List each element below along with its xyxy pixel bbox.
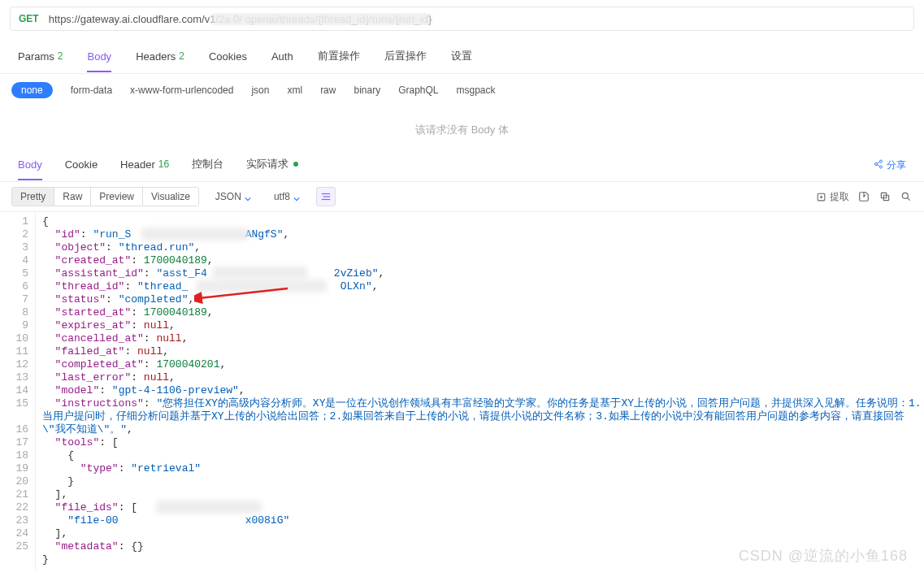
code-line: "metadata": {} [42,540,924,553]
code-line: ], [42,527,924,540]
svg-line-4 [877,164,879,166]
body-type-msgpack[interactable]: msgpack [457,84,496,96]
view-mode-preview[interactable]: Preview [91,188,143,206]
body-type-binary[interactable]: binary [354,84,380,96]
http-method[interactable]: GET [19,13,39,24]
extract-button[interactable]: 提取 [816,190,849,203]
request-tab-params[interactable]: Params2 [18,46,63,72]
code-line: "status": "completed", [42,293,924,306]
code-line: "model": "gpt-4-1106-preview", [42,384,924,397]
empty-body-message: 该请求没有 Body 体 [0,106,924,149]
response-tab-实际请求[interactable]: 实际请求 [246,149,298,181]
code-line: "created_at": 1700040189, [42,254,924,267]
code-line: "cancelled_at": null, [42,332,924,345]
body-type-json[interactable]: json [251,84,269,96]
request-tabs: Params2BodyHeaders2CookiesAuth前置操作后置操作设置 [0,37,924,74]
view-mode-row: PrettyRawPreviewVisualize JSON utf8 提取 [0,182,924,212]
body-type-raw[interactable]: raw [320,84,336,96]
line-gutter: 1234567891011121314151617181920212223242… [0,212,36,570]
response-body-code[interactable]: 1234567891011121314151617181920212223242… [0,212,924,570]
body-type-form-data[interactable]: form-data [71,84,112,96]
format-icon-button[interactable] [316,187,336,206]
code-line: "id": "run_S ANgfS", [42,228,924,241]
request-tab-body[interactable]: Body [87,46,111,72]
request-tab-auth[interactable]: Auth [271,46,293,72]
chevron-down-icon [293,193,300,200]
encoding-dropdown[interactable]: utf8 [267,188,306,206]
svg-point-2 [880,166,883,168]
view-mode-raw[interactable]: Raw [54,188,91,206]
body-type-x-www-form-urlencoded[interactable]: x-www-form-urlencoded [130,84,233,96]
request-url[interactable]: https://gateway.ai.cloudflare.com/v1/2a … [49,13,905,25]
code-line: "file_ids": [ [42,501,924,514]
search-icon[interactable] [900,190,913,203]
code-line: ], [42,488,924,501]
svg-point-1 [875,162,878,165]
svg-point-0 [880,160,883,162]
response-tab-控制台[interactable]: 控制台 [192,149,223,181]
code-line: { [42,215,924,228]
code-line: "object": "thread.run", [42,241,924,254]
request-url-bar[interactable]: GET https://gateway.ai.cloudflare.com/v1… [10,6,914,31]
share-icon [874,159,883,171]
code-line: "type": "retrieval" [42,462,924,475]
code-content[interactable]: { "id": "run_S ANgfS", "object": "thread… [36,212,924,570]
response-tab-header[interactable]: Header16 [120,150,169,180]
code-line: } [42,475,924,488]
share-label: 分享 [887,158,906,172]
svg-line-14 [907,197,909,200]
view-mode-pretty[interactable]: Pretty [12,188,54,206]
copy-icon[interactable] [878,190,891,203]
code-line: } [42,553,924,566]
view-mode-segment: PrettyRawPreviewVisualize [11,187,199,206]
share-button[interactable]: 分享 [874,158,906,172]
code-line: "instructions": "您将担任XY的高级内容分析师。XY是一位在小说… [42,397,924,436]
svg-point-13 [902,193,908,198]
body-type-xml[interactable]: xml [287,84,302,96]
response-tab-body[interactable]: Body [18,150,42,180]
request-tab-headers[interactable]: Headers2 [136,46,184,72]
body-type-GraphQL[interactable]: GraphQL [398,84,438,96]
code-line: "file-00 x008iG" [42,514,924,527]
chevron-down-icon [245,193,251,200]
save-icon[interactable] [857,190,870,203]
code-line: "last_error": null, [42,371,924,384]
request-tab-前置操作[interactable]: 前置操作 [318,44,360,73]
code-line: "failed_at": null, [42,345,924,358]
request-tab-cookies[interactable]: Cookies [209,46,247,72]
code-line: "completed_at": 1700040201, [42,358,924,371]
body-type-row: none form-datax-www-form-urlencodedjsonx… [0,74,924,106]
request-tab-设置[interactable]: 设置 [451,44,472,73]
code-line: "tools": [ [42,436,924,449]
code-line: "assistant_id": "asst_F4 2vZieb", [42,267,924,280]
svg-line-3 [877,162,879,163]
view-mode-visualize[interactable]: Visualize [143,188,198,206]
format-dropdown[interactable]: JSON [209,188,258,206]
code-line: "thread_id": "thread_ OLXn", [42,280,924,293]
body-type-none[interactable]: none [11,82,53,98]
request-tab-后置操作[interactable]: 后置操作 [384,44,427,73]
response-tabs: BodyCookieHeader16控制台实际请求 分享 [0,149,924,182]
code-line: "expires_at": null, [42,319,924,332]
code-line: "started_at": 1700040189, [42,306,924,319]
response-tab-cookie[interactable]: Cookie [65,150,98,180]
code-line: { [42,449,924,462]
status-dot-icon [293,162,298,167]
